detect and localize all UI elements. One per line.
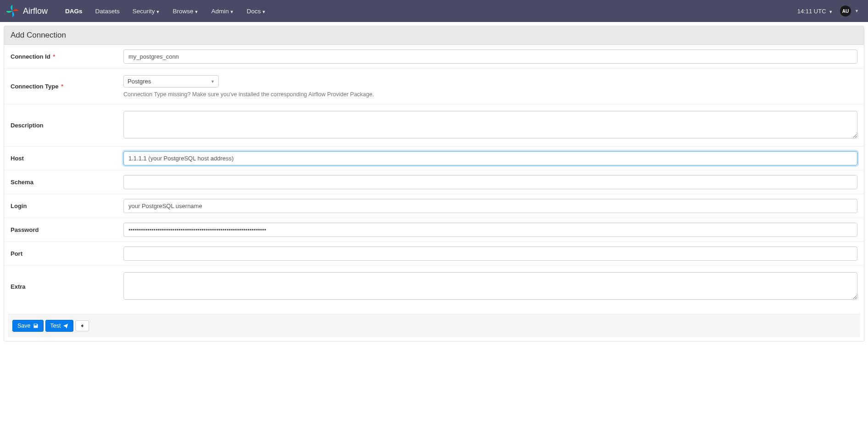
label-connection-type: Connection Type: [11, 83, 58, 90]
chevron-down-icon: ▼: [156, 10, 160, 14]
label-description: Description: [11, 122, 44, 129]
top-navbar: Airflow DAGs Datasets Security▼ Browse▼ …: [0, 0, 868, 22]
svg-rect-0: [81, 325, 83, 326]
chevron-down-icon: ▼: [195, 10, 199, 14]
airflow-logo-icon: [6, 4, 19, 18]
test-button[interactable]: Test: [45, 320, 74, 332]
schema-input[interactable]: [123, 175, 857, 189]
host-input[interactable]: [123, 151, 857, 165]
save-button[interactable]: Save: [12, 320, 44, 332]
label-connection-id: Connection Id: [11, 53, 50, 60]
save-button-label: Save: [17, 323, 31, 329]
chevron-down-icon: ▼: [262, 10, 266, 14]
connection-type-value: Postgres: [128, 78, 151, 85]
nav-docs-label: Docs: [247, 8, 261, 15]
panel-header: Add Connection: [4, 26, 864, 45]
save-icon: [33, 323, 39, 329]
nav-links: DAGs Datasets Security▼ Browse▼ Admin▼ D…: [59, 1, 797, 21]
nav-admin-label: Admin: [211, 8, 228, 15]
connection-type-select[interactable]: Postgres ▼: [123, 75, 219, 88]
paper-plane-icon: [63, 323, 68, 329]
port-input[interactable]: [123, 247, 857, 261]
label-login: Login: [11, 203, 27, 209]
nav-datasets[interactable]: Datasets: [89, 1, 126, 21]
brand-text: Airflow: [23, 6, 48, 16]
required-marker: *: [61, 83, 63, 90]
label-port: Port: [11, 250, 22, 257]
arrow-left-icon: [79, 323, 85, 329]
extra-input[interactable]: [123, 272, 857, 300]
user-menu[interactable]: AU ▼: [840, 5, 859, 16]
nav-browse[interactable]: Browse▼: [167, 1, 205, 21]
page-title: Add Connection: [11, 31, 857, 40]
password-input[interactable]: [123, 223, 857, 237]
chevron-down-icon: ▼: [230, 10, 234, 14]
label-host: Host: [11, 155, 24, 162]
login-input[interactable]: [123, 199, 857, 213]
chevron-down-icon: ▼: [855, 9, 859, 13]
nav-browse-label: Browse: [173, 8, 194, 15]
nav-security[interactable]: Security▼: [126, 1, 167, 21]
connection-type-help: Connection Type missing? Make sure you'v…: [123, 91, 857, 98]
chevron-down-icon: ▼: [829, 10, 833, 14]
brand-link[interactable]: Airflow: [6, 4, 48, 18]
connection-id-input[interactable]: [123, 49, 857, 64]
test-button-label: Test: [50, 323, 61, 329]
nav-security-label: Security: [133, 8, 155, 15]
required-marker: *: [53, 53, 55, 60]
nav-dags[interactable]: DAGs: [59, 1, 89, 21]
avatar: AU: [840, 5, 851, 16]
nav-admin[interactable]: Admin▼: [205, 1, 240, 21]
label-schema: Schema: [11, 179, 33, 186]
navbar-right: 14:11 UTC ▼ AU ▼: [797, 5, 859, 16]
clock-dropdown[interactable]: 14:11 UTC ▼: [797, 8, 833, 15]
page-container: Add Connection Connection Id * Con: [0, 22, 868, 345]
panel-body: Connection Id * Connection Type *: [4, 45, 864, 307]
label-password: Password: [11, 226, 39, 233]
clock-text: 14:11 UTC: [797, 8, 826, 15]
description-input[interactable]: [123, 111, 857, 138]
back-button[interactable]: [75, 320, 89, 331]
form-panel: Add Connection Connection Id * Con: [4, 26, 864, 341]
panel-footer: Save Test: [8, 314, 860, 337]
nav-docs[interactable]: Docs▼: [240, 1, 273, 21]
label-extra: Extra: [11, 283, 26, 290]
chevron-down-icon: ▼: [211, 79, 215, 84]
